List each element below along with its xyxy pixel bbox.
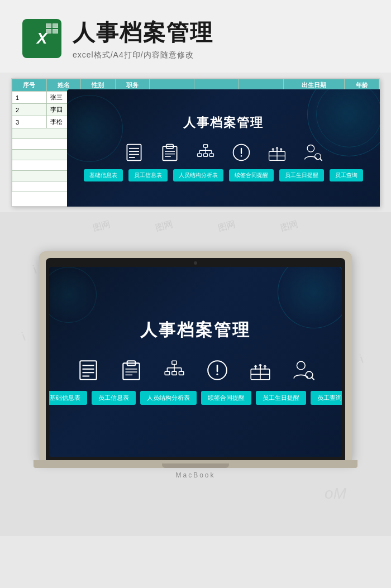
laptop-btn-contract[interactable]: 续签合同提醒: [201, 391, 251, 405]
dashboard-buttons-row: 基础信息表 员工信息表 人员结构分析表 续签合同提醒 员工生日提醒 员工查询: [84, 169, 363, 181]
om-watermark: oM: [325, 485, 346, 503]
svg-line-61: [311, 377, 313, 380]
laptop-notch: [162, 463, 229, 468]
svg-rect-42: [165, 371, 169, 375]
svg-rect-41: [171, 361, 176, 364]
laptop-screen-bezel: 人事档案管理: [46, 258, 345, 460]
svg-rect-31: [80, 361, 96, 380]
watermark-4: 图网: [279, 218, 299, 235]
svg-point-28: [307, 145, 314, 152]
btn-structure[interactable]: 人员结构分析表: [173, 169, 223, 181]
svg-rect-0: [127, 145, 141, 161]
btn-basic-info[interactable]: 基础信息表: [84, 169, 123, 181]
svg-rect-44: [179, 371, 183, 375]
svg-point-21: [241, 155, 242, 157]
structure-icon: [196, 142, 216, 162]
laptop-globe-left: [49, 267, 97, 323]
excel-grid-decoration: [46, 23, 58, 34]
laptop-outer: 人事档案管理: [39, 251, 352, 460]
page-subtitle: excel格式/A4打印/内容随意修改: [73, 50, 369, 60]
bg-watermark-3: i: [20, 329, 27, 344]
laptop-structure-icon-container: [163, 358, 186, 382]
cell-num: 1: [12, 92, 47, 104]
globe-decoration-left: [67, 95, 123, 162]
laptop-search-person-icon-container: [292, 358, 315, 382]
dashboard-icons-row: [124, 142, 323, 162]
laptop-btn-query[interactable]: 员工查询: [311, 391, 342, 405]
search-person-icon: [303, 142, 323, 162]
structure-icon-container: [196, 142, 216, 162]
birthday-icon: [267, 142, 287, 162]
laptop-structure-icon: [163, 358, 186, 382]
svg-rect-12: [203, 154, 207, 156]
laptop-list-icon-container: [77, 358, 100, 382]
laptop-buttons-row: 基础信息表 员工信息表 人员结构分析表 续签合同提醒 员工生日提醒 员工查询: [49, 391, 342, 405]
laptop-btn-basic[interactable]: 基础信息表: [49, 391, 87, 405]
laptop-alert-icon: [206, 358, 229, 382]
watermark-1: 图网: [92, 218, 112, 235]
laptop-list-icon: [77, 358, 100, 382]
laptop-dashboard-title: 人事档案管理: [140, 319, 251, 342]
excel-logo: X: [22, 19, 61, 58]
laptop-btn-structure[interactable]: 人员结构分析表: [140, 391, 197, 405]
bg-watermark-4: i: [358, 352, 365, 366]
header-section: X 人事档案管理 excel格式/A4打印/内容随意修改: [0, 0, 391, 73]
svg-rect-11: [198, 154, 202, 156]
svg-rect-13: [209, 154, 213, 156]
laptop-birthday-icon-container: [249, 358, 272, 382]
laptop-btn-employee[interactable]: 员工信息表: [92, 391, 136, 405]
col-header-num: 序号: [12, 79, 47, 92]
alert-icon: [231, 142, 251, 162]
laptop-globe-right: [278, 267, 342, 328]
laptop-section: i i i i 人事档案管理: [0, 240, 391, 536]
cell-num: 3: [12, 116, 47, 128]
laptop-clipboard-icon: [120, 358, 143, 382]
search-person-icon-container: [303, 142, 323, 162]
laptop-base: [34, 460, 357, 468]
svg-rect-10: [203, 145, 207, 147]
laptop-alert-icon-container: [206, 358, 229, 382]
laptop-screen: 人事档案管理: [49, 267, 342, 457]
basic-info-icon-container: [124, 142, 144, 162]
divider: 图网 图网 图网 图网: [0, 212, 391, 240]
laptop-icons-row: [77, 358, 315, 382]
bg-watermark-1: i: [31, 262, 39, 277]
btn-birthday[interactable]: 员工生日提醒: [279, 169, 324, 181]
svg-point-59: [297, 361, 305, 370]
laptop-brand-label: MacBook: [175, 471, 215, 479]
dashboard-title: 人事档案管理: [183, 114, 264, 131]
svg-point-52: [216, 374, 218, 375]
watermark-3: 图网: [217, 218, 237, 235]
page-title: 人事档案管理: [73, 17, 369, 48]
laptop-birthday-icon: [249, 358, 272, 382]
list-icon: [124, 142, 144, 162]
laptop-camera: [194, 261, 197, 265]
dashboard-overlay: 人事档案管理: [67, 89, 380, 207]
contract-icon-container: [231, 142, 251, 162]
employee-info-icon-container: [160, 142, 180, 162]
cell-num: 2: [12, 104, 47, 116]
birthday-icon-container: [267, 142, 287, 162]
btn-query[interactable]: 员工查询: [330, 169, 363, 181]
watermark-2: 图网: [154, 218, 174, 235]
btn-contract[interactable]: 续签合同提醒: [229, 169, 274, 181]
svg-line-30: [320, 159, 322, 161]
btn-employee-info[interactable]: 员工信息表: [128, 169, 168, 181]
title-area: 人事档案管理 excel格式/A4打印/内容随意修改: [73, 17, 369, 60]
preview-container: 序号 姓名 性别 职务 出生日期 年龄 1 张三 男 职: [11, 78, 380, 207]
clipboard-icon: [160, 142, 180, 162]
laptop-search-person-icon: [292, 358, 315, 382]
laptop-clipboard-icon-container: [120, 358, 143, 382]
laptop-btn-birthday[interactable]: 员工生日提醒: [256, 391, 306, 405]
svg-rect-43: [171, 371, 176, 375]
